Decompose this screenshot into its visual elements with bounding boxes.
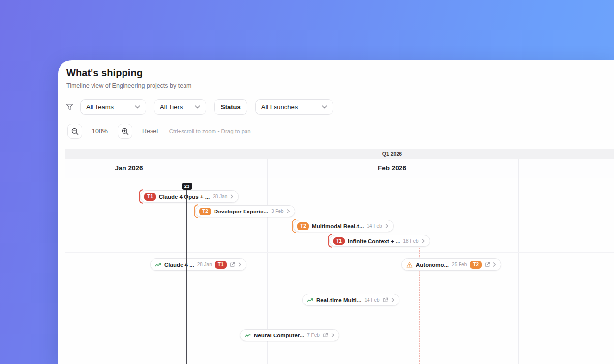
milestone-date-dashed-line	[231, 201, 231, 364]
tier-badge: T2	[199, 208, 211, 215]
chevron-right-icon	[391, 298, 395, 302]
item-date: 14 Feb	[367, 223, 382, 229]
timeline-canvas[interactable]: Q1 2026 Jan 2026 Feb 2026 23 T1 Claude 4…	[65, 149, 614, 364]
item-date: 3 Feb	[271, 209, 284, 214]
tiers-filter-select[interactable]: All Tiers	[154, 99, 206, 115]
timeline-item-milestone[interactable]: T1 Infinite Context + ... 18 Feb	[329, 235, 430, 247]
chevron-right-icon	[331, 333, 335, 337]
chevron-right-icon	[493, 262, 496, 267]
timeline-item-milestone[interactable]: T2 Developer Experie... 3 Feb	[195, 205, 295, 217]
external-link-icon	[383, 297, 388, 303]
item-title: Claude 4 Opus + ...	[159, 194, 210, 200]
zoom-out-icon	[71, 128, 79, 135]
chevron-down-icon	[322, 105, 327, 109]
timeline-item-launch[interactable]: Autonomo... 25 Feb T2	[401, 258, 501, 271]
page-subtitle: Timeline view of Engineering projects by…	[66, 82, 192, 89]
status-filter-button[interactable]: Status	[214, 99, 247, 115]
timeline-item-milestone[interactable]: T1 Claude 4 Opus + ... 28 Jan	[140, 190, 239, 203]
tier-badge: T2	[297, 222, 309, 230]
teams-filter-value: All Teams	[86, 103, 114, 111]
trend-up-icon	[245, 333, 251, 338]
item-title: Real-time Multi...	[316, 297, 361, 303]
month-label-feb: Feb 2026	[378, 164, 406, 172]
today-marker-line	[186, 186, 187, 364]
zoom-level-value: 100%	[82, 128, 118, 135]
chevron-down-icon	[135, 105, 140, 109]
month-header-row: Jan 2026 Feb 2026	[65, 159, 614, 178]
trend-up-icon	[307, 297, 313, 303]
chevron-down-icon	[195, 105, 200, 109]
filter-funnel-icon	[66, 103, 73, 111]
item-title: Multimodal Real-t...	[312, 223, 364, 229]
lane-separator	[65, 288, 614, 288]
tier-badge: T1	[333, 237, 345, 245]
item-date: 28 Jan	[197, 262, 212, 267]
warning-icon	[406, 262, 413, 268]
launches-filter-value: All Launches	[261, 103, 298, 111]
status-filter-label: Status	[221, 103, 241, 111]
chevron-right-icon	[287, 209, 290, 213]
milestone-start-bracket	[328, 234, 332, 248]
milestone-start-bracket	[292, 219, 296, 233]
item-title: Autonomo...	[416, 262, 449, 268]
external-link-icon	[485, 262, 490, 267]
external-link-icon	[230, 262, 235, 267]
quarter-header-band: Q1 2026	[65, 149, 614, 159]
whats-shipping-panel: What's shipping Timeline view of Enginee…	[58, 60, 614, 364]
today-marker-badge: 23	[182, 183, 192, 190]
zoom-in-icon	[122, 128, 129, 135]
chevron-right-icon	[230, 194, 234, 199]
trend-up-icon	[155, 262, 161, 267]
tier-badge: T2	[470, 261, 482, 269]
lane-separator	[65, 252, 614, 253]
item-date: 18 Feb	[403, 238, 418, 243]
teams-filter-select[interactable]: All Teams	[80, 99, 146, 115]
timeline-item-milestone[interactable]: T2 Multimodal Real-t... 14 Feb	[293, 220, 394, 232]
item-date: 28 Jan	[213, 194, 227, 199]
item-title: Infinite Context + ...	[348, 238, 400, 244]
timeline-item-launch[interactable]: Neural Computer... 7 Feb	[240, 329, 339, 341]
chevron-right-icon	[238, 262, 242, 267]
milestone-start-bracket	[194, 204, 198, 218]
item-title: Developer Experie...	[214, 209, 268, 214]
zoom-hint-text: Ctrl+scroll to zoom • Drag to pan	[169, 128, 251, 134]
page-title: What's shipping	[66, 67, 143, 79]
zoom-out-button[interactable]	[67, 124, 82, 139]
item-date: 14 Feb	[364, 297, 379, 303]
reset-zoom-button[interactable]: Reset	[142, 128, 158, 135]
external-link-icon	[323, 333, 328, 338]
tiers-filter-value: All Tiers	[160, 103, 183, 111]
item-title: Claude 4 ...	[164, 262, 194, 268]
chevron-right-icon	[385, 224, 389, 228]
lane-separator	[65, 324, 614, 324]
timeline-item-launch[interactable]: Claude 4 ... 28 Jan T1	[150, 258, 246, 271]
chevron-right-icon	[422, 239, 425, 243]
tier-badge: T1	[144, 193, 156, 201]
quarter-label: Q1 2026	[382, 149, 402, 159]
lane-separator	[65, 360, 614, 360]
month-label-jan: Jan 2026	[115, 164, 143, 172]
item-date: 25 Feb	[452, 262, 467, 267]
month-gridline	[518, 159, 519, 364]
milestone-start-bracket	[139, 189, 143, 204]
filter-bar: All Teams All Tiers Status All Launches	[66, 99, 341, 115]
tier-badge: T1	[215, 261, 227, 269]
launches-filter-select[interactable]: All Launches	[255, 99, 333, 115]
item-date: 7 Feb	[307, 333, 320, 338]
item-title: Neural Computer...	[254, 333, 304, 338]
timeline-item-launch[interactable]: Real-time Multi... 14 Feb	[302, 294, 399, 306]
zoom-toolbar: 100% Reset Ctrl+scroll to zoom • Drag to…	[67, 124, 251, 139]
page-background: { "page": { "title": "What's shipping", …	[0, 0, 614, 364]
zoom-in-button[interactable]	[118, 124, 132, 139]
